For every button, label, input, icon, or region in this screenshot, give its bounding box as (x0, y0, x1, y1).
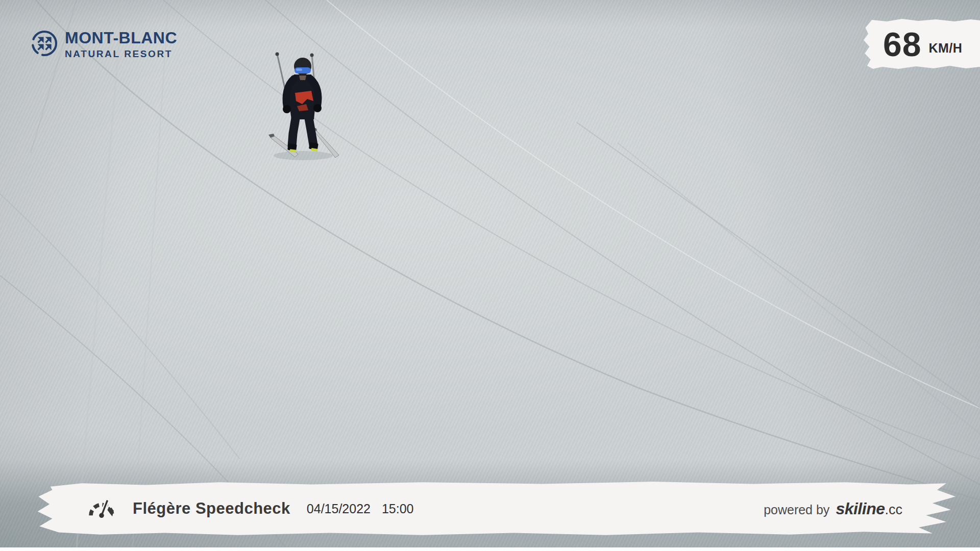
resort-logo-icon (31, 30, 58, 59)
resort-logo-subtitle: NATURAL RESORT (65, 48, 177, 60)
snow-slope-photo (0, 0, 980, 547)
speedometer-icon (88, 497, 115, 520)
speed-unit: KM/H (928, 41, 962, 56)
speed-value: 68 (883, 25, 921, 64)
skiline-brand: skiline (836, 499, 885, 518)
resort-logo: MONT-BLANC NATURAL RESORT (31, 30, 177, 60)
powered-by-label: powered by (764, 503, 829, 517)
speed-badge: 68 KM/H (864, 18, 980, 70)
skier-figure (263, 49, 341, 163)
speedcheck-title: Flégère Speedcheck (133, 499, 290, 518)
speedcheck-time: 15:00 (382, 502, 414, 516)
resort-logo-title: MONT-BLANC (65, 30, 177, 47)
speedcheck-banner: Flégère Speedcheck 04/15/2022 15:00 powe… (36, 481, 955, 536)
slope-track-lines (0, 0, 980, 547)
speedcheck-date: 04/15/2022 (307, 502, 371, 516)
skiline-tld: .cc (885, 502, 902, 518)
powered-by-group: powered by skiline .cc (764, 499, 902, 518)
